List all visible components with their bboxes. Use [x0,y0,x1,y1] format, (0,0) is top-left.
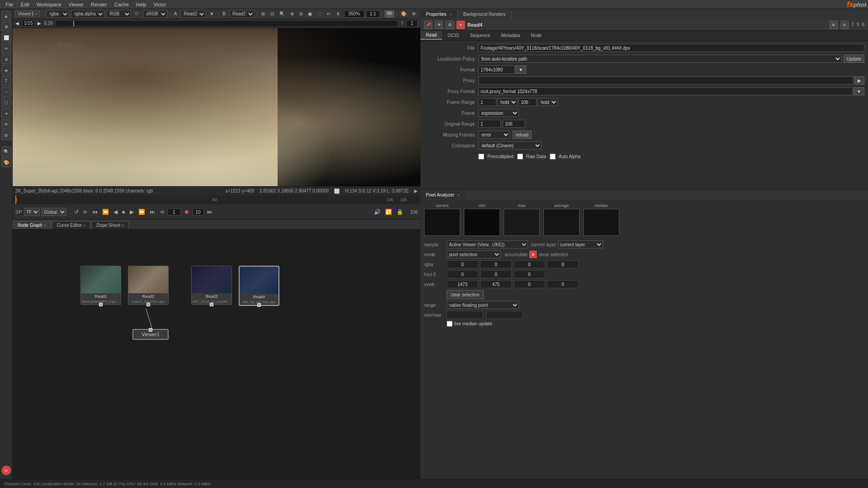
channel-select-b[interactable]: rgba.alpha rgba [71,10,104,18]
pixel-r-val[interactable] [447,260,478,268]
menu-cache[interactable]: Cache [111,0,132,9]
prop-localization-select[interactable]: from auto-localize path [478,55,842,63]
tool-crop[interactable]: ⬜ [1,33,11,42]
pixel-s-val[interactable] [480,270,512,278]
pixel-y-val[interactable] [480,280,512,288]
channel-select-a[interactable]: rgba rgb alpha [46,10,69,18]
play-fwd-btn[interactable]: ▶ [128,208,135,216]
view-icon2[interactable]: ▣ [306,11,314,17]
loop-btn[interactable]: 🔁 [384,208,393,216]
prop-premultiplied-check[interactable] [478,154,484,160]
pctab-ocio[interactable]: OCIO [442,32,465,39]
mark-in-btn[interactable]: ⊳ [82,208,89,216]
node-read4[interactable]: Read4 MB_bg_v01.001.dpx [239,266,279,306]
node-read2[interactable]: Read2 marco_log.0001.dpx [128,266,169,305]
tool-brush[interactable]: ✏ [1,43,11,53]
prop-frame-select[interactable]: expression [478,109,519,117]
menu-victor[interactable]: Victor [150,0,170,9]
audio-btn[interactable]: 🔊 [373,208,382,216]
zoom-out-btn[interactable]: 🔍 [278,11,287,17]
read-a-select[interactable]: Read2 Read1 Read3 Read4 [180,10,206,18]
clear-selection-btn[interactable]: clear selection [447,290,484,299]
step-back-btn[interactable]: ⏪ [101,208,110,216]
play-back-btn[interactable]: ◀ [112,208,119,216]
zoom-in-btn[interactable]: ⊕ [288,11,296,17]
color-picker-btn[interactable]: 🎨 [399,11,408,17]
prop-autoalpha-label[interactable]: Auto Alpha [550,154,580,160]
global-select[interactable]: Global [42,208,66,216]
pixel-b-val[interactable] [514,260,545,268]
prop-origrange-start[interactable] [478,120,501,128]
pixel-max-val[interactable] [486,311,523,319]
tool-pointer[interactable]: ▲ [1,11,11,21]
pixel-min-val[interactable] [447,311,483,319]
prop-proxy-expand-btn[interactable]: ▶ [854,76,864,84]
tf-select[interactable]: TF [24,208,40,216]
tool-wand[interactable]: ✦ [1,108,11,118]
pause-btn[interactable]: ⏸ [334,11,342,17]
prop-rawdata-label[interactable]: Raw Data [517,154,546,160]
menu-viewer[interactable]: Viewer [65,0,87,9]
stop-btn[interactable]: ■ [121,208,127,216]
prop-hold-end-select[interactable]: hold [538,98,558,106]
pixel-livemedian-label[interactable]: live median update [447,321,492,327]
pixel-accumulate-x[interactable]: × [529,251,537,258]
menu-workspace[interactable]: Workspace [33,0,65,9]
step-back-far-btn[interactable]: ⏮ [91,208,99,216]
settings-btn2[interactable]: 🔒 [395,208,405,216]
y-input[interactable] [406,20,418,27]
view-icon4[interactable]: ↩ [325,11,332,17]
pixel-layer-select[interactable]: current layer [558,240,603,249]
tool-eye[interactable]: 👁 [1,119,11,129]
tool-text[interactable]: T [1,76,11,86]
tab-node-graph[interactable]: Node Graph × [13,221,51,229]
props-action-btn1[interactable]: ⊕ [830,21,838,29]
current-frame-input[interactable] [167,208,181,216]
tool-move[interactable]: ✥ [1,22,11,32]
tool-shape[interactable]: ○ [1,87,11,97]
prev-frame-btn[interactable]: ◀ [15,21,19,26]
node-viewer1[interactable]: Viewer1 [132,329,169,340]
tab-curve-editor[interactable]: Curve Editor × [52,221,91,229]
zoom-input[interactable] [344,10,364,18]
view-icon3[interactable]: ⬚ [316,11,323,17]
reset-btn[interactable]: ↺ [73,208,80,216]
prop-framerange-end[interactable] [519,98,537,106]
prop-file-input[interactable] [478,44,864,52]
pixel-h-val[interactable] [547,280,579,288]
node-read4-output[interactable] [257,303,261,307]
tool-gradient[interactable]: ◈ [1,65,11,75]
prop-framerange-start[interactable] [478,98,496,106]
prop-colorspace-select[interactable]: default (Cineon) [478,141,542,150]
prop-premultiplied-label[interactable]: Premultiplied [478,154,514,160]
pixel-range-select[interactable]: native floating point 0-1 8-bit [447,301,519,309]
settings-btn[interactable]: ⚙ [410,11,418,17]
prop-autoalpha-check[interactable] [550,154,556,160]
props-view-btn[interactable]: 👁 [435,21,443,29]
tool-node[interactable]: ⬡ [1,98,11,108]
pixel-a-val[interactable] [547,260,579,268]
props-render-btn[interactable]: ⚙ [446,21,454,29]
menu-file[interactable]: File [2,0,17,9]
prop-hold-start-select[interactable]: hold [497,98,518,106]
pixel-tab-analyzer[interactable]: Pixel Analyzer × [420,191,465,199]
prop-missingframes-select[interactable]: error [478,131,510,139]
pixel-w-val[interactable] [514,280,545,288]
prop-update-btn[interactable]: Update [844,55,864,63]
step-fwd-btn[interactable]: ⏩ [137,208,146,216]
tool-color[interactable]: 🎨 [1,157,11,167]
2d-btn[interactable]: 2D [385,10,395,18]
prop-format-input[interactable] [478,66,514,74]
pixel-sample-select[interactable]: Active Viewer (View...UKE)) [447,240,528,249]
skip-fwd-btn[interactable]: ⏭ [206,208,214,216]
prop-proxyformat-input[interactable] [478,87,853,95]
step-fwd-far-btn[interactable]: ⏭ [148,208,156,216]
prop-origrange-end[interactable] [503,120,525,128]
menu-help[interactable]: Help [132,0,150,9]
pixel-x-val[interactable] [447,280,478,288]
pixel-mode-select[interactable]: pixel selection [447,250,501,258]
pixel-tab-close[interactable]: × [458,193,460,197]
node-viewer1-input[interactable] [149,328,152,332]
ratio-input[interactable] [366,10,380,18]
pixel-g-val[interactable] [480,260,512,268]
